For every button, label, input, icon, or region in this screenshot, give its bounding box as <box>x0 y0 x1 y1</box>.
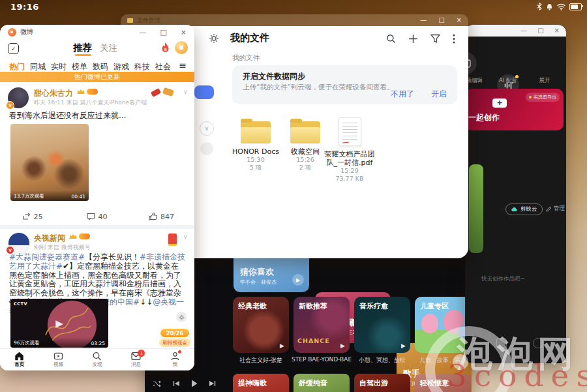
category-tab[interactable]: 游戏 <box>113 61 129 72</box>
feed-update-banner[interactable]: 热门微博已更新 <box>0 72 194 82</box>
search-icon[interactable] <box>386 34 396 44</box>
music-card-roadtrip[interactable]: 自驾出游 <box>354 374 410 392</box>
start-creating-banner[interactable]: 实况图导出 + 一起创作 <box>465 89 564 130</box>
minimize-button[interactable]: — <box>420 17 427 23</box>
file-item-folder[interactable]: HONOR Docs 15:30 5 项 <box>228 119 284 172</box>
category-tab[interactable]: 实时 <box>51 61 67 72</box>
play-icon[interactable] <box>191 380 198 387</box>
file-time: 15:30 <box>228 156 284 164</box>
mini-player <box>153 380 216 387</box>
close-button[interactable]: × <box>457 17 462 23</box>
maximize-button[interactable]: □ <box>160 29 166 36</box>
post-video-thumbnail[interactable]: CCTV ▶ 96万次观看 03:25 <box>10 299 108 348</box>
post-text[interactable]: 看到海水后退还没有反应过来就... <box>9 112 187 121</box>
music-card-classic-songs[interactable]: 经典老歌 ▶ <box>233 297 289 353</box>
post-author[interactable]: 央视新闻 <box>34 233 65 244</box>
drafts-tab-icon[interactable] <box>533 338 543 348</box>
category-tab[interactable]: 科技 <box>134 61 150 72</box>
breadcrumb[interactable]: 我的文件 <box>232 53 260 63</box>
shuffle-icon[interactable] <box>153 380 162 387</box>
chevron-down-icon[interactable]: ∨ <box>183 89 188 95</box>
music-card-energizing[interactable]: 提神嗨歌 <box>233 374 289 392</box>
category-tab[interactable]: 热门 <box>9 61 25 72</box>
card-title: 舒缓纯音 <box>299 378 327 388</box>
nav-discover[interactable]: 发现 <box>78 349 117 370</box>
sidebar-selected-item[interactable] <box>194 85 214 99</box>
tasks-coin-icon[interactable]: ¥ <box>175 41 188 54</box>
sidebar-rail-item[interactable] <box>200 142 213 155</box>
live-photo-export-badge: 实况图导出 <box>526 93 560 102</box>
music-card-new-songs[interactable]: 新歌推荐 CHANCE ▶ <box>294 297 350 353</box>
clock: 19:16 <box>10 2 39 12</box>
play-icon[interactable]: ▶ <box>401 342 406 349</box>
category-tab[interactable]: 同城 <box>30 61 46 72</box>
add-icon[interactable] <box>408 34 418 44</box>
nav-video[interactable]: 视频 <box>39 349 78 370</box>
next-icon[interactable] <box>209 380 216 387</box>
play-icon[interactable]: ▶ <box>292 274 304 286</box>
post-author[interactable]: 甜心朱古力 <box>34 88 73 99</box>
minimize-button[interactable]: — <box>520 27 527 34</box>
weibo-logo-icon <box>8 28 16 37</box>
chevron-down-icon[interactable]: ∨ <box>183 234 188 240</box>
enable-sync-button[interactable]: 开启 <box>431 89 447 100</box>
repost-action[interactable]: 25 <box>0 213 65 221</box>
manage-button[interactable]: 管理 <box>546 205 565 213</box>
category-tab[interactable]: 社会 <box>155 61 171 72</box>
music-card-kids[interactable]: 儿童专区 <box>415 297 471 353</box>
video-duration: 03:25 <box>91 340 105 346</box>
capcut-cloud-button[interactable]: 剪映云 <box>505 204 543 215</box>
comment-action[interactable]: 40 <box>65 213 129 221</box>
maximize-button[interactable]: □ <box>438 17 444 23</box>
minimize-button[interactable]: — <box>139 29 146 36</box>
member-level-badge <box>79 234 90 239</box>
nav-profile[interactable]: 我 <box>155 349 194 370</box>
weibo-titlebar[interactable]: 微博 — □ × <box>0 25 194 39</box>
capcut-titlebar[interactable]: — □ × <box>465 25 566 37</box>
video-duration: 00:41 <box>71 194 85 200</box>
close-button[interactable]: × <box>554 27 560 34</box>
header-actions <box>386 34 455 44</box>
search-icon <box>92 352 102 361</box>
window-title: 微博 <box>20 27 33 37</box>
close-button[interactable]: × <box>181 29 187 36</box>
draft-thumbnail[interactable] <box>469 164 483 253</box>
templates-tab-icon[interactable] <box>496 338 507 348</box>
play-icon[interactable]: ▶ <box>55 318 63 329</box>
tab-follow[interactable]: 关注 <box>100 42 117 54</box>
task-reward-pill[interactable]: 刷得领现金 <box>159 339 190 347</box>
maximize-button[interactable]: □ <box>537 27 543 34</box>
spark-icon <box>529 96 532 98</box>
banner-title: 一起创作 <box>468 112 500 123</box>
music-card-relaxing[interactable]: 轻松惬意 <box>415 374 471 392</box>
file-item-pdf[interactable]: 荣耀文档产品团队_一封信.pdf 15:29 73.77 KB <box>322 117 378 183</box>
repost-icon <box>22 213 31 220</box>
decline-sync-button[interactable]: 不用了 <box>391 89 414 100</box>
video-icon <box>53 352 63 361</box>
category-menu-icon[interactable]: ≡ <box>179 60 187 70</box>
music-card-healing[interactable]: 音乐疗愈 ▶ <box>354 297 410 353</box>
plus-icon: + <box>492 98 507 108</box>
feed-settings-gear-icon[interactable] <box>176 312 187 322</box>
category-tab[interactable]: 榜单 <box>72 61 87 72</box>
play-icon[interactable]: ▶ <box>340 342 345 349</box>
play-icon[interactable]: ▶ <box>280 342 284 349</box>
filter-icon[interactable] <box>430 34 440 44</box>
check-in-icon[interactable]: ✓ <box>8 43 19 54</box>
more-menu-icon[interactable] <box>453 34 455 44</box>
nav-home[interactable]: 首页 <box>0 349 39 370</box>
video-views: 13.7万次观看 <box>14 193 44 200</box>
nav-messages[interactable]: 1 消息 <box>117 349 156 370</box>
previous-icon[interactable] <box>173 380 180 387</box>
hot-flame-icon[interactable] <box>160 42 170 53</box>
card-caption: STEP BAE-YOND-BAE <box>292 356 352 363</box>
like-action[interactable]: 847 <box>129 213 194 221</box>
task-progress-pill[interactable]: 20/26 <box>160 329 189 337</box>
settings-gear-icon[interactable] <box>209 33 219 44</box>
category-tab[interactable]: 数码 <box>93 61 108 72</box>
tab-recommend[interactable]: 推荐 <box>73 42 92 54</box>
sidebar-expand-chevron[interactable]: ∨ <box>200 121 214 136</box>
desktop: 19:16 猜你喜欢 学不会 - 林俊杰 ▶ 百万收藏 乐园追梦记-三Z-STU… <box>0 0 587 392</box>
music-card-soothing[interactable]: 舒缓纯音 <box>294 374 350 392</box>
post-video-thumbnail[interactable]: 13.7万次观看 00:41 <box>10 124 89 201</box>
